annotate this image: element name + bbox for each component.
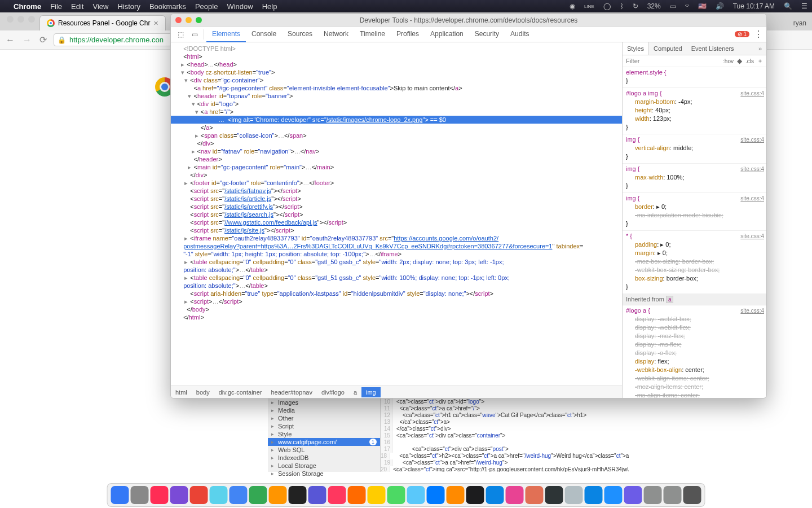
source-line[interactable]: 16 — [381, 439, 629, 446]
breadcrumb-item[interactable]: img — [361, 387, 381, 397]
battery-percent[interactable]: 32% — [647, 2, 661, 10]
dom-node[interactable]: ▸<iframe name="oauth2relay489337793" id=… — [171, 234, 622, 242]
resource-tree-item[interactable]: Other — [268, 414, 380, 422]
devtools-tab-profiles[interactable]: Profiles — [391, 27, 425, 42]
breadcrumb-item[interactable]: div#logo — [317, 387, 349, 397]
dock-app-3[interactable] — [170, 486, 188, 504]
spotlight-icon[interactable]: 🔍 — [784, 2, 792, 10]
dock-app-6[interactable] — [230, 486, 248, 504]
dom-node[interactable]: ▾<header id="topnav" role="banner"> — [171, 92, 622, 100]
dock-app-9[interactable] — [289, 486, 307, 504]
dock-app-7[interactable] — [249, 486, 267, 504]
menu-history[interactable]: History — [117, 2, 140, 11]
source-line[interactable]: 14</ca">class="ct">div> — [381, 426, 629, 432]
flag-icon[interactable]: 🇺🇸 — [698, 2, 707, 10]
menu-view[interactable]: View — [92, 2, 108, 11]
styles-filter-input[interactable] — [626, 58, 720, 64]
browser-tab[interactable]: Resources Panel - Google Chr ✕ — [39, 15, 166, 30]
devtools-tab-sources[interactable]: Sources — [282, 27, 318, 42]
tab-event-listeners[interactable]: Event Listeners — [687, 42, 739, 55]
window-controls[interactable] — [5, 16, 39, 27]
tab-close-icon[interactable]: ✕ — [153, 20, 158, 27]
dom-node[interactable]: ▸<table cellspacing="0" cellpadding="0" … — [171, 258, 622, 266]
css-rule[interactable]: site.css:4#logo a img {margin-bottom: -4… — [623, 88, 766, 134]
dom-node[interactable]: position: absolute;">…</table> — [171, 266, 622, 274]
dom-node[interactable]: <script src="/static/js/search.js"></scr… — [171, 211, 622, 218]
source-line[interactable]: 11 <ca">class="ct">a ca">href="/"> — [381, 405, 629, 412]
dock-app-29[interactable] — [683, 486, 701, 504]
resource-tree-item[interactable]: www.catgifpage.com/1 — [268, 438, 380, 446]
menu-bookmarks[interactable]: Bookmarks — [149, 2, 186, 11]
dock-app-23[interactable] — [565, 486, 583, 504]
timemachine-icon[interactable]: ↻ — [633, 2, 638, 10]
source-line[interactable]: 20<ca">class="ct">img ca">src="http://1-… — [381, 466, 629, 472]
dock-app-15[interactable] — [407, 486, 425, 504]
dom-node[interactable]: ▸<script>…</script> — [171, 297, 622, 305]
devtools-tab-timeline[interactable]: Timeline — [354, 27, 391, 42]
status-icon[interactable]: ◯ — [603, 2, 611, 10]
menu-window[interactable]: Window — [227, 2, 253, 11]
source-line[interactable]: 17 <ca">class="ct">div ca">class="post"> — [381, 446, 629, 453]
dom-tree[interactable]: <!DOCTYPE html> <html> ▸<head>…</head> ▾… — [171, 42, 622, 386]
dom-node[interactable]: <script src="/static/js/fatnav.js"></scr… — [171, 187, 622, 195]
devtools-tab-network[interactable]: Network — [318, 27, 354, 42]
back-button[interactable]: ← — [5, 35, 16, 45]
dock-app-16[interactable] — [427, 486, 445, 504]
volume-icon[interactable]: 🔊 — [716, 2, 724, 10]
hov-toggle[interactable]: :hov — [723, 58, 734, 64]
resource-tree-item[interactable]: Session Storage — [268, 470, 380, 478]
css-rule[interactable]: site.css:4* {padding: ▸ 0;margin: ▸ 0;-m… — [623, 231, 766, 294]
dom-node[interactable]: <script src="/static/js/site.js"></scrip… — [171, 226, 622, 234]
line-app-icon[interactable]: LINE — [584, 4, 594, 9]
dom-node[interactable]: ▾<div class="gc-container"> — [171, 76, 622, 84]
dock-app-14[interactable] — [387, 486, 405, 504]
menu-people[interactable]: People — [195, 2, 218, 11]
notification-center-icon[interactable]: ☰ — [801, 2, 807, 10]
dom-node[interactable]: <html> — [171, 52, 622, 60]
dom-node[interactable]: <script src="//www.gstatic.com/feedback/… — [171, 218, 622, 226]
breadcrumb-item[interactable]: a — [349, 387, 361, 397]
dock-app-26[interactable] — [624, 486, 642, 504]
source-line[interactable]: 19 <ca">class="ct">a ca">href="/weird-hu… — [381, 459, 629, 466]
address-bar[interactable]: 🔒 https://developer.chrome.con — [54, 33, 172, 46]
dock-app-12[interactable] — [348, 486, 366, 504]
dock-app-1[interactable] — [131, 486, 149, 504]
breadcrumb-item[interactable]: header#topnav — [266, 387, 316, 397]
source-line[interactable]: 18 <ca">class="ct">h2><ca">class="ct">a … — [381, 453, 629, 459]
css-rule[interactable]: site.css:4img {border: ▸ 0;-ms-interpola… — [623, 193, 766, 231]
devtools-tab-console[interactable]: Console — [246, 27, 282, 42]
devtools-titlebar[interactable]: Developer Tools - https://developer.chro… — [171, 14, 766, 27]
dock-app-10[interactable] — [308, 486, 326, 504]
creative-cloud-icon[interactable]: ◉ — [570, 2, 575, 10]
clock[interactable]: Tue 10:17 AM — [733, 2, 775, 10]
source-line[interactable]: 12 <ca">class="ct">h1 ca">class="wave">C… — [381, 412, 629, 419]
resource-tree-item[interactable]: Local Storage — [268, 462, 380, 470]
dom-node[interactable]: </div> — [171, 171, 622, 179]
menu-help[interactable]: Help — [262, 2, 277, 11]
dom-node[interactable]: </header> — [171, 155, 622, 163]
resource-tree-item[interactable]: IndexedDB — [268, 454, 380, 462]
dom-node[interactable]: ▸<head>…</head> — [171, 60, 622, 68]
tab-computed[interactable]: Computed — [649, 42, 687, 55]
bluetooth-icon[interactable]: ᛒ — [620, 2, 624, 10]
dom-node[interactable]: <script src="/static/js/prettify.js"></s… — [171, 203, 622, 211]
css-rule[interactable]: site.css:4#logo a {display: -webkit-box;… — [623, 305, 766, 398]
dock[interactable] — [107, 483, 705, 507]
dom-node[interactable]: <!DOCTYPE html> — [171, 45, 622, 52]
wifi-icon[interactable]: ⌔ — [685, 2, 689, 10]
dom-node[interactable]: </body> — [171, 305, 622, 313]
dom-node[interactable]: … <img alt="Chrome: developer" src="/sta… — [171, 116, 622, 124]
dom-node[interactable]: position: absolute;">…</table> — [171, 282, 622, 290]
devtools-tab-security[interactable]: Security — [469, 27, 505, 42]
dom-node[interactable]: ▾<body cz-shortcut-listen="true"> — [171, 68, 622, 76]
dock-app-25[interactable] — [604, 486, 623, 504]
resource-tree-item[interactable]: Web SQL — [268, 446, 380, 454]
resource-tree-item[interactable]: Script — [268, 422, 380, 430]
devtools-menu-icon[interactable]: ⋮ — [754, 29, 763, 40]
inspect-element-icon[interactable]: ⬚ — [174, 28, 187, 41]
source-line[interactable]: 13 </ca">class="ct">a> — [381, 419, 629, 426]
dom-node[interactable]: <script src="/static/js/article.js"></sc… — [171, 195, 622, 203]
dom-node[interactable]: </html> — [171, 313, 622, 321]
dock-app-17[interactable] — [447, 486, 465, 504]
dock-app-22[interactable] — [545, 486, 563, 504]
